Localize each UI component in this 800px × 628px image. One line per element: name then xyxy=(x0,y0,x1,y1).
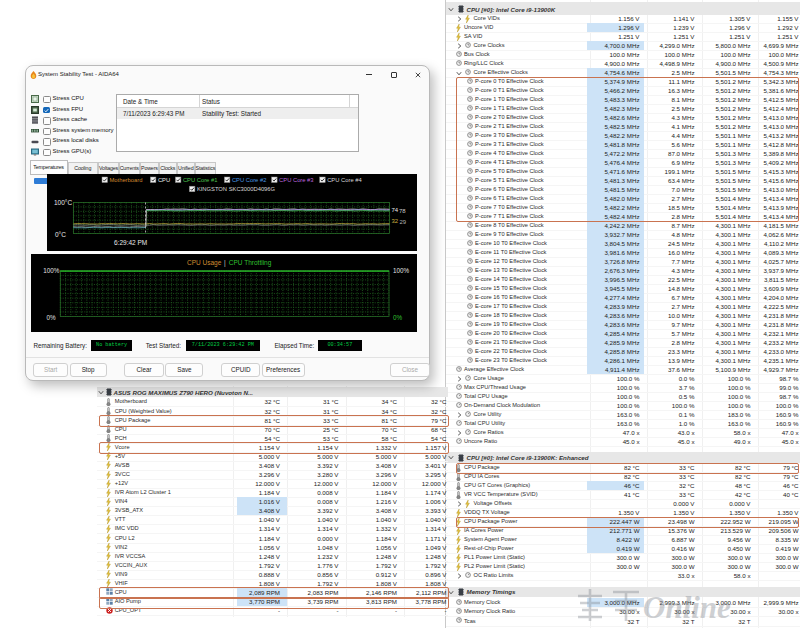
svg-text:Online: Online xyxy=(643,590,731,625)
svg-text:CPU Core #3: CPU Core #3 xyxy=(279,177,313,183)
svg-text:6:29:42 PM: 6:29:42 PM xyxy=(114,239,147,246)
svg-text:0%: 0% xyxy=(393,314,403,321)
svg-text:32: 32 xyxy=(392,218,399,224)
svg-text:0°C: 0°C xyxy=(55,231,66,238)
svg-text:CPU Core #4: CPU Core #4 xyxy=(327,177,362,183)
svg-text:KINGSTON SKC3000D4096G: KINGSTON SKC3000D4096G xyxy=(197,186,276,192)
svg-text:CPU Core #1: CPU Core #1 xyxy=(183,177,217,183)
svg-text:Motherboard: Motherboard xyxy=(110,177,143,183)
svg-text:CPU Throttling: CPU Throttling xyxy=(229,259,272,267)
svg-text:|: | xyxy=(224,259,226,267)
svg-text:100%: 100% xyxy=(393,267,410,274)
svg-text:0%: 0% xyxy=(47,313,57,320)
svg-text:29: 29 xyxy=(400,219,407,225)
svg-text:78: 78 xyxy=(399,208,406,214)
svg-text:CPU: CPU xyxy=(158,177,170,183)
svg-text:100°C: 100°C xyxy=(54,199,72,206)
svg-text:100%: 100% xyxy=(43,267,60,274)
svg-text:74: 74 xyxy=(392,207,399,213)
svg-text:CPU Core #2: CPU Core #2 xyxy=(232,177,266,183)
svg-text:CPU Usage: CPU Usage xyxy=(187,259,222,267)
